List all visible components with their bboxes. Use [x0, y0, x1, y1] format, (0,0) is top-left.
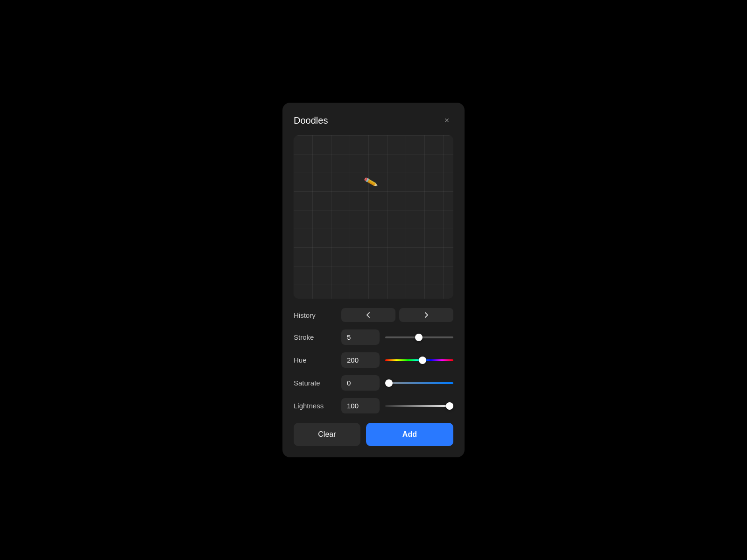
- lightness-row: Lightness: [294, 398, 453, 413]
- drawing-canvas[interactable]: ✏️: [294, 135, 453, 299]
- stroke-slider[interactable]: [385, 336, 453, 338]
- lightness-input[interactable]: [341, 398, 380, 413]
- history-back-button[interactable]: [341, 308, 395, 322]
- history-row: History: [294, 308, 453, 322]
- doodles-dialog: Doodles × ✏️ History: [282, 103, 465, 457]
- stroke-label: Stroke: [294, 333, 336, 341]
- saturate-input[interactable]: [341, 375, 380, 391]
- chevron-left-icon: [365, 312, 372, 318]
- clear-button[interactable]: Clear: [294, 423, 360, 446]
- grid-overlay: [294, 135, 453, 299]
- hue-slider-container: [385, 356, 453, 365]
- history-label: History: [294, 311, 336, 319]
- add-button[interactable]: Add: [366, 423, 453, 446]
- lightness-label: Lightness: [294, 402, 336, 410]
- saturate-row: Saturate: [294, 375, 453, 391]
- lightness-slider-container: [385, 401, 453, 411]
- controls-panel: History Stroke: [294, 308, 453, 413]
- bottom-buttons: Clear Add: [294, 423, 453, 446]
- hue-slider[interactable]: [385, 359, 453, 361]
- dialog-title: Doodles: [294, 115, 328, 126]
- hue-label: Hue: [294, 356, 336, 364]
- lightness-slider[interactable]: [385, 405, 453, 407]
- dialog-header: Doodles ×: [294, 114, 453, 127]
- hue-row: Hue: [294, 352, 453, 368]
- history-forward-button[interactable]: [399, 308, 453, 322]
- history-buttons: [341, 308, 453, 322]
- stroke-row: Stroke: [294, 329, 453, 345]
- saturate-slider-container: [385, 378, 453, 388]
- saturate-label: Saturate: [294, 379, 336, 387]
- stroke-input[interactable]: [341, 329, 380, 345]
- hue-input[interactable]: [341, 352, 380, 368]
- saturate-slider[interactable]: [385, 382, 453, 384]
- chevron-right-icon: [423, 312, 430, 318]
- close-button[interactable]: ×: [440, 114, 453, 127]
- stroke-slider-container: [385, 333, 453, 342]
